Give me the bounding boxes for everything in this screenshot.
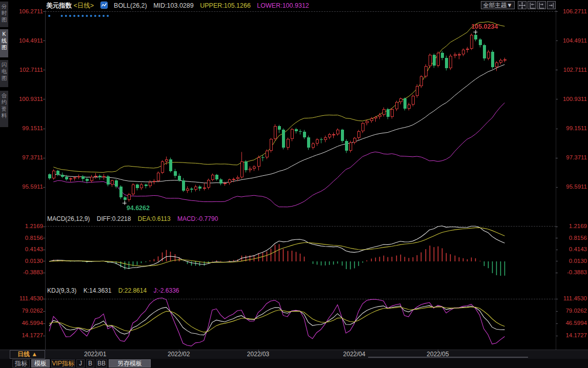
axis-tick [556, 250, 558, 250]
y-axis-label: 14.1727 [7, 332, 43, 339]
kdj-name: KDJ(9,3,3) [47, 287, 76, 294]
scale-axis-left-icon[interactable] [528, 1, 536, 9]
axis-tick [43, 261, 45, 261]
tab-indicators[interactable]: 指标 [12, 359, 30, 367]
y-axis-label: 102.7111 [559, 67, 587, 73]
chart-application: 分时图 K线图 闪电图 合约资料 美元指数 <日线> BOLL(26,2) MI… [0, 0, 588, 368]
axis-tick [43, 70, 45, 70]
horizontal-scrollbar-thumb[interactable] [368, 357, 528, 358]
axis-tick [556, 227, 558, 227]
y-axis-label: 106.2711 [559, 8, 587, 15]
axis-tick [43, 187, 45, 188]
macd-dea-value: DEA:0.6113 [138, 215, 171, 222]
kdj-d-value: D:22.8614 [118, 287, 147, 294]
period-tag: <日线> [73, 2, 94, 9]
axis-tick [556, 311, 558, 312]
tab-bb[interactable]: BB [96, 359, 107, 367]
axis-tick [43, 250, 45, 250]
axis-tick [556, 158, 558, 158]
y-axis-label: 100.9311 [559, 96, 587, 103]
y-axis-label: 14.1727 [559, 332, 587, 339]
high-price-annotation: 105.0234 [471, 23, 498, 30]
axis-tick [556, 129, 558, 129]
axis-tick [556, 238, 558, 238]
axis-tick [556, 99, 558, 99]
boll-label: BOLL(26,2) [114, 2, 147, 9]
chart-header: 美元指数 <日线> BOLL(26,2) MID:103.0289 UPPER:… [46, 2, 314, 10]
axis-tick [43, 238, 45, 238]
macd-chart-canvas[interactable] [45, 223, 556, 286]
x-axis-tick [438, 350, 438, 352]
theme-dropdown-button[interactable]: 全部主题▼ [481, 1, 515, 9]
y-axis-label: 104.4911 [559, 37, 587, 44]
axis-tick [556, 273, 558, 273]
x-axis-label: 2022/02 [163, 351, 195, 358]
tab-templates[interactable]: 模板 [31, 359, 50, 367]
sidebar-tab-lightning[interactable]: 闪电图 [0, 60, 8, 87]
axis-tick [43, 336, 45, 336]
y-axis-label: 95.5911 [7, 183, 43, 190]
axis-tick [556, 11, 558, 12]
tab-j[interactable]: J [76, 359, 85, 367]
y-axis-label: 79.0262 [559, 308, 587, 314]
kdj-header: KDJ(9,3,3) K:14.3631 D:22.8614 J:-2.6336 [47, 287, 185, 294]
x-axis-tick [179, 350, 179, 352]
axis-tick [556, 40, 558, 41]
axis-tick [43, 99, 45, 99]
y-axis-label: 0.0130 [7, 258, 43, 264]
x-axis-tick [258, 350, 259, 352]
kdj-k-value: K:14.3631 [84, 287, 112, 294]
go-to-latest-icon[interactable] [547, 1, 556, 9]
axis-tick [556, 299, 558, 299]
macd-header: MACD(26,12,9) DIFF:0.2218 DEA:0.6113 MAC… [47, 215, 223, 222]
y-axis-label: 46.5994 [559, 320, 587, 326]
x-axis-label: 2022/01 [79, 351, 112, 358]
boll-upper-value: UPPER:105.1266 [200, 2, 251, 9]
axis-tick [556, 323, 558, 324]
y-axis-label: 97.3711 [7, 154, 43, 161]
period-selector-button[interactable]: 日线 ▲ [10, 350, 45, 359]
y-axis-label: 104.4911 [7, 37, 43, 44]
pan-mode-icon[interactable] [518, 1, 526, 9]
axis-tick [556, 187, 558, 188]
y-axis-label: 0.4143 [559, 246, 587, 253]
main-chart-canvas[interactable] [45, 10, 556, 214]
boll-mid-value: MID:103.0289 [153, 2, 194, 9]
y-axis-label: 1.2169 [7, 223, 43, 230]
axis-tick [43, 40, 45, 41]
boll-lower-value: LOWER:100.9312 [257, 2, 309, 9]
kdj-j-value: J:-2.6336 [154, 287, 179, 294]
axis-tick [556, 261, 558, 261]
mini-chart-icon[interactable] [100, 2, 108, 10]
y-axis-label: 99.1511 [559, 125, 587, 132]
x-axis-label: 2022/03 [242, 351, 275, 358]
y-axis-label: 97.3711 [559, 154, 587, 161]
macd-diff-value: DIFF:0.2218 [97, 215, 131, 222]
y-axis-label: -0.3883 [559, 269, 587, 276]
tab-save-template[interactable]: 另存模板 [109, 359, 151, 367]
axis-tick [556, 336, 558, 336]
tab-vip-indicators[interactable]: VIP指标 [51, 359, 75, 367]
y-axis-label: 111.4530 [7, 295, 43, 302]
axis-tick [43, 129, 45, 129]
axis-tick [556, 70, 558, 70]
y-axis-label: 1.2169 [559, 223, 587, 230]
scale-axis-right-icon[interactable] [537, 1, 546, 9]
y-axis-label: 102.7111 [7, 67, 43, 73]
y-axis-label: 0.0130 [559, 258, 587, 264]
axis-tick [43, 299, 45, 299]
kdj-chart-canvas[interactable] [45, 295, 556, 350]
y-axis-label: 111.4530 [559, 295, 587, 302]
axis-tick [43, 11, 45, 12]
y-axis-label: -0.3883 [7, 269, 43, 276]
y-axis-label: 0.8156 [559, 235, 587, 241]
y-axis-label: 95.5911 [559, 183, 587, 190]
bottom-tab-bar: 指标 模板 VIP指标 J B BB 另存模板 [0, 359, 588, 368]
macd-name: MACD(26,12,9) [47, 215, 90, 222]
axis-tick [43, 323, 45, 324]
y-axis-label: 106.2711 [7, 8, 43, 15]
y-axis-label: 0.8156 [7, 235, 43, 241]
tab-b[interactable]: B [86, 359, 94, 367]
macd-hist-value: MACD:-0.7790 [177, 215, 218, 222]
x-axis-tick [354, 350, 355, 352]
